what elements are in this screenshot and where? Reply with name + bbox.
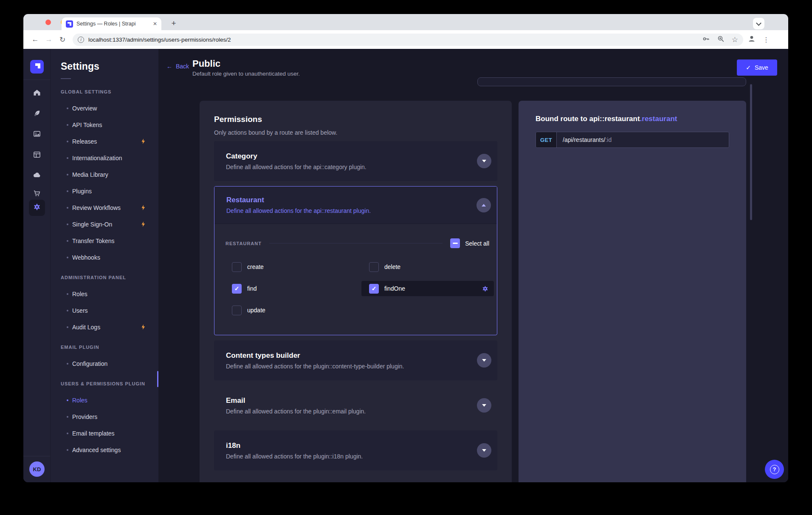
section-global-settings: GLOBAL SETTINGS <box>51 83 158 100</box>
nav-deploy-cloud-icon[interactable] <box>33 171 41 179</box>
action-update[interactable]: update <box>232 303 361 318</box>
permissions-subtitle: Only actions bound by a route are listed… <box>214 129 497 136</box>
nav-media-library-icon[interactable] <box>33 130 41 138</box>
sidebar-item-admin-roles[interactable]: Roles <box>51 286 158 302</box>
route-display: GET /api/restaurants/:id <box>536 132 729 148</box>
expand-button[interactable] <box>477 154 491 168</box>
select-all-control[interactable]: Select all <box>450 238 489 248</box>
expand-button[interactable] <box>477 443 491 458</box>
strapi-favicon-icon <box>66 20 73 28</box>
nav-settings-active[interactable] <box>29 200 45 216</box>
accordion-category-header[interactable]: Category Define all allowed actions for … <box>214 141 497 181</box>
sidebar-item-webhooks[interactable]: Webhooks <box>51 249 158 266</box>
scroll-region[interactable]: Permissions Only actions bound by a rout… <box>158 81 788 482</box>
gear-icon <box>33 203 41 213</box>
browser-back-button[interactable]: ← <box>28 35 42 44</box>
description-field-clipped[interactable] <box>477 77 746 86</box>
action-findone[interactable]: ✓ findOne <box>361 281 494 296</box>
user-avatar[interactable]: KD <box>29 461 45 477</box>
tab-strip: Settings — Roles | Strapi ✕ + <box>23 14 788 30</box>
nav-marketplace-icon[interactable] <box>33 189 41 198</box>
address-bar[interactable]: i localhost:1337/admin/settings/users-pe… <box>73 34 743 46</box>
sidebar-item-overview[interactable]: Overview <box>51 100 158 116</box>
restaurant-permissions-body: RESTAURANT Select all create <box>214 224 497 335</box>
lightning-icon <box>140 138 147 144</box>
main-nav-rail: KD <box>23 49 51 482</box>
browser-forward-button[interactable]: → <box>42 35 56 44</box>
accordion-email: Email Define all allowed actions for the… <box>214 385 497 425</box>
question-mark-icon: ? <box>770 465 779 474</box>
action-settings-gear-icon[interactable] <box>482 285 489 292</box>
sidebar-item-review-workflows[interactable]: Review Workflows <box>51 199 158 216</box>
sidebar-item-internationalization[interactable]: Internationalization <box>51 150 158 166</box>
nav-home-icon[interactable] <box>33 88 41 97</box>
bound-route-title: Bound route to api::restaurant.restauran… <box>536 115 729 123</box>
accordion-i18n-header[interactable]: i18n Define all allowed actions for the … <box>214 430 497 470</box>
lightning-icon <box>140 324 147 330</box>
create-checkbox[interactable] <box>232 262 242 272</box>
findone-checkbox[interactable]: ✓ <box>369 284 379 294</box>
tab-close-icon[interactable]: ✕ <box>153 21 157 27</box>
page-subtitle: Default role given to unauthenticated us… <box>192 71 300 77</box>
action-create[interactable]: create <box>232 259 361 274</box>
delete-checkbox[interactable] <box>369 262 379 272</box>
password-key-icon[interactable] <box>702 35 710 45</box>
divider <box>23 456 50 456</box>
action-find[interactable]: ✓ find <box>232 281 361 296</box>
bound-route-panel: Bound route to api::restaurant.restauran… <box>519 101 746 482</box>
accordion-content-types-builder: Content types builder Define all allowed… <box>214 340 497 380</box>
chevron-down-icon <box>482 449 486 452</box>
select-all-checkbox[interactable] <box>450 238 460 248</box>
tab-search-button[interactable] <box>753 18 764 29</box>
expand-button[interactable] <box>477 353 491 368</box>
bookmark-star-icon[interactable]: ☆ <box>732 36 738 43</box>
desktop-background: Settings — Roles | Strapi ✕ + ← → ↻ i lo… <box>0 0 812 515</box>
accordion-email-header[interactable]: Email Define all allowed actions for the… <box>214 385 497 425</box>
sidebar-item-email-configuration[interactable]: Configuration <box>51 355 158 372</box>
chevron-down-icon <box>756 20 761 26</box>
browser-toolbar: ← → ↻ i localhost:1337/admin/settings/us… <box>23 30 788 49</box>
update-checkbox[interactable] <box>232 306 242 315</box>
sidebar-item-providers[interactable]: Providers <box>51 408 158 425</box>
save-button[interactable]: ✓ Save <box>737 59 777 76</box>
scrollbar-thumb[interactable] <box>750 84 752 220</box>
help-button[interactable]: ? <box>765 460 784 479</box>
sidebar-item-up-roles[interactable]: Roles <box>51 392 158 408</box>
sidebar-item-api-tokens[interactable]: API Tokens <box>51 116 158 133</box>
sidebar-item-audit-logs[interactable]: Audit Logs <box>51 319 158 335</box>
section-administration-panel: ADMINISTRATION PANEL <box>51 269 158 286</box>
lightning-icon <box>140 204 147 211</box>
settings-title: Settings <box>51 49 158 72</box>
sidebar-item-media-library[interactable]: Media Library <box>51 166 158 183</box>
accordion-restaurant: Restaurant Define all allowed actions fo… <box>214 186 497 335</box>
strapi-logo <box>30 60 44 74</box>
route-path[interactable]: /api/restaurants/:id <box>557 132 729 147</box>
sidebar-item-advanced-settings[interactable]: Advanced settings <box>51 441 158 458</box>
site-info-icon[interactable]: i <box>78 37 84 43</box>
sidebar-item-email-templates[interactable]: Email templates <box>51 425 158 441</box>
accordion-ctb-header[interactable]: Content types builder Define all allowed… <box>214 340 497 380</box>
expand-button[interactable] <box>477 398 491 413</box>
back-link[interactable]: ← Back <box>166 63 189 70</box>
permissions-title: Permissions <box>214 115 497 124</box>
nav-content-type-builder-icon[interactable] <box>33 150 41 159</box>
action-delete[interactable]: delete <box>361 259 494 274</box>
browser-menu-icon[interactable]: ⋮ <box>763 36 770 44</box>
new-tab-button[interactable]: + <box>168 17 180 29</box>
find-checkbox[interactable]: ✓ <box>232 284 242 294</box>
sidebar-item-releases[interactable]: Releases <box>51 133 158 150</box>
browser-tab[interactable]: Settings — Roles | Strapi ✕ <box>62 17 161 30</box>
sidebar-item-transfer-tokens[interactable]: Transfer Tokens <box>51 232 158 249</box>
close-window-button[interactable] <box>45 20 51 25</box>
accordion-restaurant-header[interactable]: Restaurant Define all allowed actions fo… <box>214 187 497 224</box>
nav-content-manager-icon[interactable] <box>33 109 41 118</box>
sidebar-item-admin-users[interactable]: Users <box>51 302 158 319</box>
sidebar-item-single-sign-on[interactable]: Single Sign-On <box>51 216 158 232</box>
chevron-down-icon <box>482 160 486 162</box>
collapse-button[interactable] <box>476 198 491 212</box>
page-title: Public <box>192 58 220 69</box>
profile-avatar-icon[interactable] <box>747 34 756 45</box>
sidebar-item-plugins[interactable]: Plugins <box>51 183 158 199</box>
zoom-in-icon[interactable] <box>717 35 725 45</box>
browser-reload-button[interactable]: ↻ <box>56 35 69 44</box>
